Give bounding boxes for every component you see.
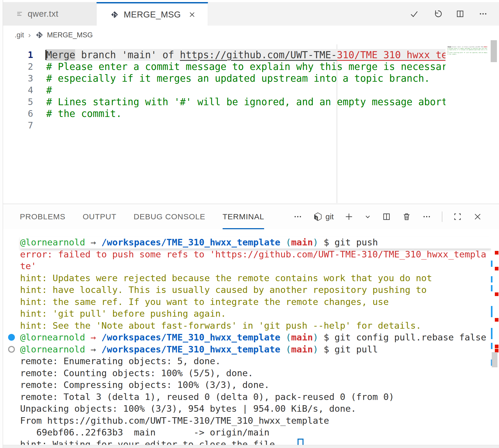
overview-command-mark <box>491 261 492 267</box>
overview-error-mark <box>495 267 498 270</box>
line-text: # especially if it merges an updated ups… <box>46 73 445 84</box>
terminal-line: hint: the same ref. If you want to integ… <box>20 296 491 308</box>
terminal-line: remote: Total 3 (delta 1), reused 0 (del… <box>20 391 491 403</box>
svg-text:$: $ <box>316 216 317 220</box>
terminal-sticky-command-line: @lornearnold → /workspaces/TME_310_hwxx_… <box>20 237 491 249</box>
editor-tab-merge_msg[interactable]: MERGE_MSG <box>97 2 208 26</box>
launch-profile-chevron-icon[interactable] <box>364 212 371 222</box>
code-line: 5# Lines starting with '#' will be ignor… <box>3 96 499 108</box>
close-panel-icon[interactable] <box>473 212 483 222</box>
panel-actions: $ git <box>293 204 483 229</box>
terminal-line: hint: See the 'Note about fast-forwards'… <box>20 320 491 332</box>
terminal-output: @lornearnold → /workspaces/TME_310_hwxx_… <box>20 229 491 445</box>
terminal-line: @lornearnold → /workspaces/TME_310_hwxx_… <box>20 332 491 344</box>
code-lines: 1Merge branch 'main' of https://github.c… <box>3 49 499 131</box>
panel-tab-debug-console[interactable]: DEBUG CONSOLE <box>134 205 205 229</box>
overview-error-mark <box>495 318 498 322</box>
terminal-line: remote: Counting objects: 100% (5/5), do… <box>20 367 491 379</box>
split-terminal-icon[interactable] <box>382 212 391 222</box>
overview-command-mark <box>491 311 492 317</box>
line-number: 3 <box>3 73 33 84</box>
line-text: # the commit. <box>46 108 445 120</box>
panel-actions-separator <box>442 211 442 222</box>
line-number: 2 <box>3 61 33 73</box>
terminal-line: hint: Updates were rejected because the … <box>20 272 491 284</box>
overview-command-mark <box>491 343 492 349</box>
terminal-profile-label: git <box>325 212 334 221</box>
more-panel-tabs-icon[interactable] <box>293 212 303 222</box>
discard-changes-icon[interactable] <box>432 9 442 19</box>
minimap-line: # the commit. <box>448 54 487 55</box>
terminal-line: Unpacking objects: 100% (3/3), 954 bytes… <box>20 403 491 415</box>
overview-command-mark <box>491 285 492 291</box>
terminal[interactable]: @lornearnold → /workspaces/TME_310_hwxx_… <box>3 229 491 445</box>
terminal-cursor <box>298 439 304 445</box>
minimap[interactable]: Merge branch 'main' of https://github.co… <box>448 46 487 67</box>
terminal-line: te' <box>20 260 491 272</box>
line-number: 5 <box>3 96 33 108</box>
terminal-line: From https://github.com/UWT-TME-310/TME_… <box>20 415 491 427</box>
breadcrumb-folder[interactable]: .git <box>15 31 24 39</box>
git-diamond-icon <box>35 31 44 39</box>
code-line: 4# <box>3 84 499 96</box>
overview-command-mark <box>491 276 492 282</box>
panel-tab-output[interactable]: OUTPUT <box>83 205 116 229</box>
code-line: 3# especially if it merges an updated up… <box>3 73 499 84</box>
shell-hexagon-icon: $ <box>313 212 323 222</box>
close-tab-icon[interactable] <box>189 11 195 18</box>
overview-error-mark <box>495 345 498 348</box>
file-lines-icon <box>16 10 23 17</box>
editor-scrollbar-thumb[interactable] <box>491 40 497 62</box>
terminal-line: hint: have locally. This is usually caus… <box>20 284 491 296</box>
panel-header: PROBLEMSOUTPUTDEBUG CONSOLETERMINAL $ gi… <box>3 204 499 229</box>
accept-changes-icon[interactable] <box>409 9 419 19</box>
line-number: 4 <box>3 84 33 96</box>
terminal-line: hint: Waiting for your editor to close t… <box>20 439 491 445</box>
terminal-line: remote: Enumerating objects: 5, done. <box>20 355 491 367</box>
split-editor-icon[interactable] <box>455 9 465 19</box>
overview-error-mark <box>495 251 498 255</box>
code-line: 1Merge branch 'main' of https://github.c… <box>3 49 499 61</box>
line-number: 6 <box>3 108 33 120</box>
overview-error-mark <box>495 292 498 296</box>
command-decoration-outline-icon[interactable] <box>8 346 15 353</box>
overview-command-mark <box>491 333 492 339</box>
tab-label: qwer.txt <box>28 9 58 19</box>
editor-tab-qwer.txt[interactable]: qwer.txt <box>3 2 97 26</box>
window-bottom-edge <box>0 445 499 448</box>
window-left-edge <box>0 0 3 448</box>
code-line: 6# the commit. <box>3 108 499 120</box>
code-editor[interactable]: 1Merge branch 'main' of https://github.c… <box>3 44 499 203</box>
line-text: # Please enter a commit message to expla… <box>46 61 445 73</box>
code-line: 7 <box>3 120 499 131</box>
breadcrumb-separator-icon: › <box>28 31 31 39</box>
breadcrumb: .git › MERGE_MSG <box>3 26 499 44</box>
panel-tab-problems[interactable]: PROBLEMS <box>20 205 66 229</box>
panel-tab-terminal[interactable]: TERMINAL <box>223 205 264 229</box>
line-number: 1 <box>3 49 33 61</box>
terminal-scrollbar-thumb[interactable] <box>492 352 497 367</box>
terminal-profile[interactable]: $ git <box>313 212 334 222</box>
overview-error-mark <box>495 349 498 352</box>
kill-terminal-trash-icon[interactable] <box>402 212 412 222</box>
text-cursor <box>45 50 46 60</box>
terminal-line: error: failed to push some refs to 'http… <box>20 249 491 261</box>
code-line: 2# Please enter a commit message to expl… <box>3 61 499 73</box>
terminal-line: 69ebf06..22f63b3 main -> origin/main <box>20 427 491 439</box>
line-text: # <box>46 84 445 96</box>
breadcrumb-file[interactable]: MERGE_MSG <box>47 31 93 39</box>
git-diamond-icon <box>110 10 119 19</box>
maximize-panel-icon[interactable] <box>453 212 462 222</box>
editor-actions <box>409 2 488 26</box>
line-text: Merge branch 'main' of https://github.co… <box>46 49 445 61</box>
vscode-window: qwer.txtMERGE_MSG .git › MERGE_MSG 1Merg… <box>0 0 499 448</box>
terminal-line: remote: Compressing objects: 100% (3/3),… <box>20 379 491 391</box>
line-number: 7 <box>3 120 33 131</box>
new-terminal-icon[interactable] <box>344 212 354 222</box>
command-decoration-filled-icon[interactable] <box>8 334 15 341</box>
line-text: # Lines starting with '#' will be ignore… <box>46 96 445 108</box>
more-actions-icon[interactable] <box>478 9 488 19</box>
more-terminal-actions-icon[interactable] <box>422 212 432 222</box>
minimap-line: # especially if it merges an updated ups… <box>448 49 487 51</box>
tab-label: MERGE_MSG <box>124 10 181 20</box>
